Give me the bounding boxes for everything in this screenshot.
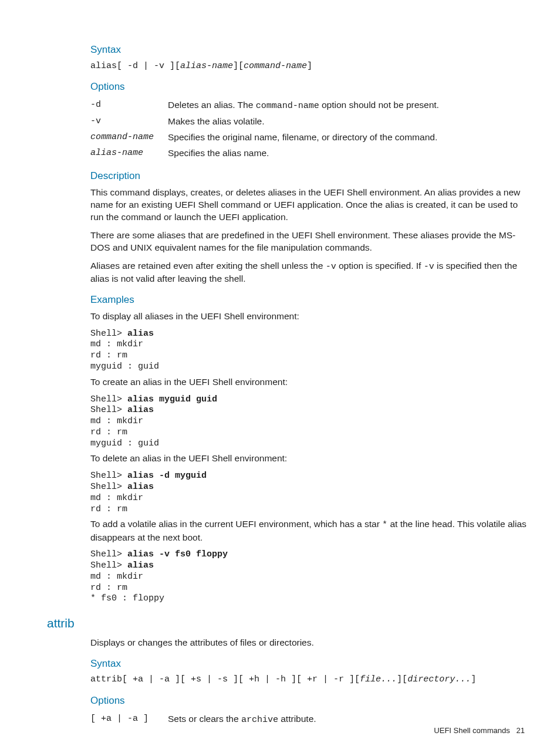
option-desc-a: Sets or clears the archive attribute. — [168, 711, 316, 728]
syntax-line-attrib: attrib[ +a | -a ][ +s | -s ][ +h | -h ][… — [90, 674, 529, 686]
command: alias — [127, 561, 154, 571]
option-desc-d: Deletes an alias. The command-name optio… — [168, 97, 439, 114]
example-intro-4: To add a volatile alias in the current U… — [90, 518, 529, 544]
option-row: alias-name Specifies the alias name. — [90, 146, 439, 161]
prompt: Shell> — [90, 561, 127, 571]
syntax-arg-command: command-name — [244, 61, 307, 71]
output-line: myguid : guid — [90, 438, 159, 448]
main-content: Syntax alias[ -d | -v ][alias-name][comm… — [90, 43, 529, 605]
page-footer: UEFI Shell commands 21 — [434, 725, 525, 736]
text: Deletes an alias. The — [168, 100, 256, 110]
options-table: -d Deletes an alias. The command-name op… — [90, 97, 439, 161]
inline-code: * — [382, 520, 387, 530]
output-line: md : mkdir — [90, 493, 143, 503]
prompt: Shell> — [90, 549, 127, 559]
inline-code: -v — [326, 262, 336, 272]
option-term-command-name: command-name — [90, 130, 168, 146]
options-table-attrib: [ +a | -a ] Sets or clears the archive a… — [90, 711, 316, 728]
syntax-arg-file: file... — [360, 674, 397, 684]
page: Syntax alias[ -d | -v ][alias-name][comm… — [0, 0, 560, 746]
command: alias -d myguid — [127, 471, 207, 481]
output-line: myguid : guid — [90, 362, 159, 372]
syntax-cmd: attrib — [90, 674, 122, 684]
text: attribute. — [278, 714, 316, 724]
code-block-1: Shell> alias md : mkdir rd : rm myguid :… — [90, 329, 529, 373]
syntax-cmd: alias — [90, 61, 117, 71]
heading-options-attrib: Options — [90, 694, 529, 708]
option-term-d: -d — [90, 97, 168, 114]
description-para-1: This command displays, creates, or delet… — [90, 187, 529, 224]
option-row: [ +a | -a ] Sets or clears the archive a… — [90, 711, 316, 728]
description-para-3: Aliases are retained even after exiting … — [90, 260, 529, 285]
heading-description: Description — [90, 170, 529, 183]
attrib-intro: Displays or changes the attributes of fi… — [90, 637, 529, 649]
syntax-end: ] — [471, 674, 476, 684]
example-intro-3: To delete an alias in the UEFI Shell env… — [90, 453, 529, 465]
prompt: Shell> — [90, 329, 127, 339]
section-heading-attrib: attrib — [47, 615, 529, 632]
output-line: rd : rm — [90, 350, 127, 360]
description-para-2: There are some aliases that are predefin… — [90, 229, 529, 254]
example-intro-2: To create an alias in the UEFI Shell env… — [90, 376, 529, 389]
inline-code: -v — [424, 262, 434, 272]
command: alias — [127, 405, 154, 415]
text: Aliases are retained even after exiting … — [90, 261, 326, 271]
prompt: Shell> — [90, 482, 127, 492]
output-line: md : mkdir — [90, 416, 143, 426]
option-term-a: [ +a | -a ] — [90, 711, 168, 728]
command: alias myguid guid — [127, 394, 217, 404]
syntax-flags: [ +a | -a ][ +s | -s ][ +h | -h ][ +r | … — [122, 674, 360, 684]
option-desc-v: Makes the alias volatile. — [168, 114, 439, 130]
output-line: md : mkdir — [90, 572, 143, 582]
syntax-arg-directory: directory... — [407, 674, 471, 684]
heading-examples: Examples — [90, 293, 529, 307]
heading-options: Options — [90, 80, 529, 94]
prompt: Shell> — [90, 471, 127, 481]
footer-label: UEFI Shell commands — [434, 726, 510, 735]
code-block-2: Shell> alias myguid guid Shell> alias md… — [90, 394, 529, 450]
syntax-end: ] — [307, 61, 312, 71]
option-desc-alias-name: Specifies the alias name. — [168, 146, 439, 161]
output-line: rd : rm — [90, 583, 127, 593]
option-term-alias-name: alias-name — [90, 146, 168, 161]
heading-syntax-attrib: Syntax — [90, 657, 529, 671]
text: option is specified. If — [336, 261, 424, 271]
page-number: 21 — [517, 726, 525, 735]
heading-syntax: Syntax — [90, 43, 529, 57]
syntax-sep: ][ — [397, 674, 407, 684]
output-line: rd : rm — [90, 504, 127, 514]
command: alias — [127, 329, 154, 339]
option-row: -d Deletes an alias. The command-name op… — [90, 97, 439, 114]
output-line: md : mkdir — [90, 339, 143, 349]
inline-code: command-name — [256, 101, 319, 111]
syntax-arg-alias: alias-name — [180, 61, 233, 71]
output-line: * fs0 : floppy — [90, 593, 164, 603]
code-block-4: Shell> alias -v fs0 floppy Shell> alias … — [90, 549, 529, 605]
option-desc-command-name: Specifies the original name, filename, o… — [168, 130, 439, 146]
output-line: rd : rm — [90, 427, 127, 437]
prompt: Shell> — [90, 394, 127, 404]
text: Sets or clears the — [168, 714, 241, 724]
text: option should not be present. — [319, 100, 439, 110]
syntax-flags: [ -d | -v ][ — [117, 61, 180, 71]
syntax-line: alias[ -d | -v ][alias-name][command-nam… — [90, 60, 529, 72]
inline-code: archive — [241, 715, 278, 725]
example-intro-1: To display all aliases in the UEFI Shell… — [90, 310, 529, 323]
option-term-v: -v — [90, 114, 168, 130]
code-block-3: Shell> alias -d myguid Shell> alias md :… — [90, 471, 529, 515]
command: alias -v fs0 floppy — [127, 549, 228, 559]
syntax-sep1: ][ — [233, 61, 244, 71]
option-row: -v Makes the alias volatile. — [90, 114, 439, 130]
text: To add a volatile alias in the current U… — [90, 519, 382, 529]
attrib-content: Displays or changes the attributes of fi… — [90, 637, 529, 728]
option-row: command-name Specifies the original name… — [90, 130, 439, 146]
command: alias — [127, 482, 154, 492]
prompt: Shell> — [90, 405, 127, 415]
